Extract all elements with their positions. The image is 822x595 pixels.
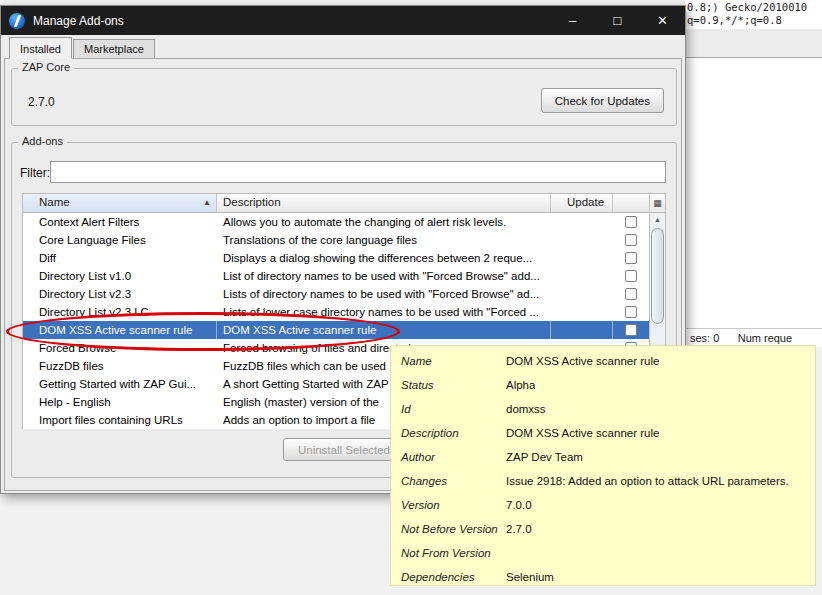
table-row[interactable]: Directory List v2.3 LC Lists of lower ca… (23, 303, 649, 321)
update-checkbox[interactable] (625, 270, 637, 282)
tooltip-field-label: Status (391, 373, 506, 397)
check-for-updates-button[interactable]: Check for Updates (541, 88, 664, 113)
tooltip-field-label: Id (391, 397, 506, 421)
addon-name-cell: Context Alert Filters (23, 213, 217, 231)
tooltip-row: Id domxss (391, 397, 815, 421)
tooltip-field-label: Description (391, 421, 506, 445)
sort-ascending-icon: ▲ (203, 194, 211, 212)
tooltip-row: Status Alpha (391, 373, 815, 397)
update-cell (551, 267, 613, 285)
background-toolbar-band (685, 29, 822, 58)
update-checkbox[interactable] (625, 288, 637, 300)
tooltip-field-label: Name (391, 349, 506, 373)
scrollbar-thumb[interactable] (651, 228, 664, 324)
background-accept-header-fragment: q=0.9,*/*;q=0.8 (687, 14, 782, 26)
tooltip-field-value: 7.0.0 (506, 493, 532, 517)
tooltip-field-value: DOM XSS Active scanner rule (506, 421, 659, 445)
filter-label: Filter: (20, 166, 50, 180)
tab-marketplace[interactable]: Marketplace (73, 39, 155, 58)
addon-name-cell: Directory List v2.3 LC (23, 303, 217, 321)
table-row[interactable]: Core Language Files Translations of the … (23, 231, 649, 249)
update-checkbox-cell (613, 249, 649, 267)
column-header-description[interactable]: Description (217, 194, 551, 212)
table-row[interactable]: Directory List v2.3 Lists of directory n… (23, 285, 649, 303)
addon-name-cell: Forced Browse (23, 339, 217, 357)
zap-logo-icon (9, 13, 25, 29)
update-checkbox-cell (613, 213, 649, 231)
table-row[interactable]: DOM XSS Active scanner rule DOM XSS Acti… (23, 321, 649, 339)
tooltip-field-value: domxss (506, 397, 546, 421)
background-request-header-fragment: 0.8;) Gecko/2010010 (687, 1, 807, 13)
column-header-name-label: Name (39, 194, 203, 212)
scroll-up-icon[interactable]: ▲ (650, 213, 665, 226)
update-cell (551, 249, 613, 267)
column-header-update[interactable]: Update (551, 194, 613, 212)
column-control-icon: ▦ (653, 198, 662, 208)
table-row[interactable]: Context Alert Filters Allows you to auto… (23, 213, 649, 231)
column-header-checkbox (613, 194, 649, 212)
update-cell (551, 213, 613, 231)
addon-name-cell: Getting Started with ZAP Gui... (23, 375, 217, 393)
addon-description-cell: List of directory names to be used with … (217, 267, 551, 285)
table-row[interactable]: Directory List v1.0 List of directory na… (23, 267, 649, 285)
column-control-button[interactable]: ▦ (650, 194, 665, 213)
update-cell (551, 321, 613, 339)
addon-name-cell: Diff (23, 249, 217, 267)
filter-input[interactable] (50, 161, 666, 183)
update-checkbox[interactable] (625, 234, 637, 246)
tooltip-row: Changes Issue 2918: Added an option to a… (391, 469, 815, 493)
update-checkbox-cell (613, 267, 649, 285)
update-cell (551, 231, 613, 249)
tooltip-field-value: DOM XSS Active scanner rule (506, 349, 659, 373)
background-status-fragment: ses: 0 Num reque (690, 332, 792, 344)
table-row[interactable]: Diff Displays a dialog showing the diffe… (23, 249, 649, 267)
addon-name-cell: FuzzDB files (23, 357, 217, 375)
tooltip-field-label: Author (391, 445, 506, 469)
tooltip-field-value: ZAP Dev Team (506, 445, 583, 469)
tooltip-field-label: Not From Version (391, 541, 506, 565)
update-checkbox-cell (613, 321, 649, 339)
addon-name-cell: Help - English (23, 393, 217, 411)
addon-name-cell: Directory List v1.0 (23, 267, 217, 285)
addon-description-cell: Allows you to automate the changing of a… (217, 213, 551, 231)
addon-name-cell: Import files containing URLs (23, 411, 217, 429)
addon-description-cell: DOM XSS Active scanner rule (217, 321, 551, 339)
tooltip-field-label: Changes (391, 469, 506, 493)
window-controls: – □ ✕ (550, 6, 685, 35)
close-button[interactable]: ✕ (640, 6, 685, 35)
column-header-name[interactable]: Name ▲ (23, 194, 217, 212)
zap-core-group-title: ZAP Core (18, 61, 74, 73)
update-checkbox[interactable] (625, 216, 637, 228)
zap-core-version: 2.7.0 (28, 95, 55, 109)
addon-description-cell: Lists of directory names to be used with… (217, 285, 551, 303)
addon-name-cell: Directory List v2.3 (23, 285, 217, 303)
addons-group-title: Add-ons (18, 135, 67, 147)
table-header: Name ▲ Description Update (23, 194, 649, 213)
tab-bar: Installed Marketplace (1, 35, 685, 58)
addon-description-cell: Displays a dialog showing the difference… (217, 249, 551, 267)
tooltip-field-label: Dependencies (391, 565, 506, 586)
window-title: Manage Add-ons (33, 14, 550, 28)
update-checkbox[interactable] (625, 324, 637, 336)
tooltip-row: Dependencies Selenium (391, 565, 815, 586)
addon-name-cell: Core Language Files (23, 231, 217, 249)
tooltip-row: Name DOM XSS Active scanner rule (391, 349, 815, 373)
tooltip-field-value: Alpha (506, 373, 535, 397)
minimize-button[interactable]: – (550, 6, 595, 35)
update-checkbox-cell (613, 303, 649, 321)
background-divider (685, 328, 822, 329)
addon-tooltip: Name DOM XSS Active scanner rule Status … (390, 345, 816, 586)
zap-core-group: ZAP Core 2.7.0 Check for Updates (11, 68, 677, 126)
tooltip-row: Not Before Version 2.7.0 (391, 517, 815, 541)
uninstall-selected-button[interactable]: Uninstall Selected (283, 438, 405, 461)
tooltip-row: Description DOM XSS Active scanner rule (391, 421, 815, 445)
maximize-button[interactable]: □ (595, 6, 640, 35)
update-checkbox[interactable] (625, 306, 637, 318)
tooltip-row: Not From Version (391, 541, 815, 565)
tooltip-field-label: Not Before Version (391, 517, 506, 541)
update-checkbox[interactable] (625, 252, 637, 264)
titlebar[interactable]: Manage Add-ons – □ ✕ (1, 6, 685, 35)
tooltip-field-value: Issue 2918: Added an option to attack UR… (506, 469, 789, 493)
tab-installed[interactable]: Installed (9, 37, 72, 59)
tooltip-field-label: Version (391, 493, 506, 517)
